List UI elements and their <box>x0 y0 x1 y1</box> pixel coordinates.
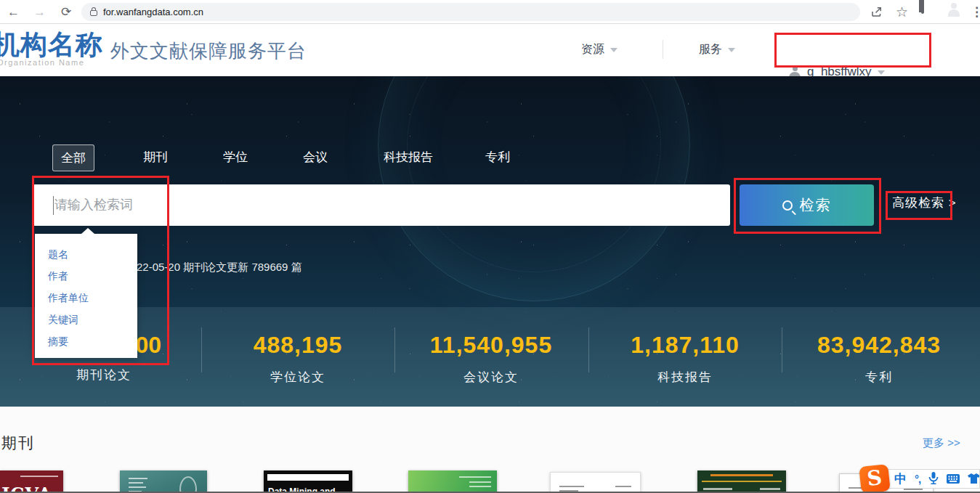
tab-all[interactable]: 全部 <box>52 144 94 171</box>
tab-patent[interactable]: 专利 <box>485 149 510 166</box>
org-logo-subtitle: Organization Name <box>0 58 84 67</box>
browser-menu-icon[interactable]: ⋮ <box>971 0 980 24</box>
microphone-icon[interactable] <box>928 472 939 487</box>
url-bar[interactable]: for.wanfangdata.com.cn <box>81 3 860 21</box>
dropdown-option-author[interactable]: 作者 <box>35 265 137 287</box>
stat-degree: 488,195 学位论文 <box>200 332 396 386</box>
skin-icon[interactable] <box>968 473 980 486</box>
chevron-down-icon <box>610 48 617 52</box>
tab-journal[interactable]: 期刊 <box>143 149 168 166</box>
dropdown-option-keyword[interactable]: 关键词 <box>35 309 137 330</box>
stat-patent: 83,942,843 专利 <box>781 332 977 386</box>
stat-label-conference: 会议论文 <box>393 369 589 386</box>
site-header: 机构名称 Organization Name 外文文献保障服务平台 资源 服务 … <box>0 24 980 76</box>
stat-conference: 11,540,955 会议论文 <box>393 332 589 386</box>
stat-label-patent: 专利 <box>781 369 977 386</box>
forward-icon[interactable]: → <box>33 0 46 24</box>
stat-label-degree: 学位论文 <box>200 369 396 386</box>
punctuation-icon[interactable]: °, <box>915 473 920 485</box>
stat-label-journal: 期刊论文 <box>6 367 202 383</box>
bookmark-star-icon[interactable]: ☆ <box>896 0 908 24</box>
search-field-dropdown: 题名 作者 作者单位 关键词 摘要 <box>35 234 137 358</box>
url-text[interactable]: for.wanfangdata.com.cn <box>103 7 203 17</box>
share-icon[interactable] <box>870 5 883 21</box>
dropdown-option-title[interactable]: 题名 <box>35 243 137 265</box>
stat-value-tech-report: 1,187,110 <box>587 332 783 359</box>
more-link[interactable]: 更多 >> <box>923 436 960 450</box>
journal-cover[interactable] <box>120 470 207 493</box>
page-root: ← → ⟳ for.wanfangdata.com.cn ☆ ⋮ 机构名称 Or… <box>0 0 980 493</box>
update-notice: 22-05-20 期刊论文更新 789669 篇 <box>137 261 302 274</box>
stat-value-degree: 488,195 <box>200 332 396 359</box>
cover-graphic <box>179 476 197 493</box>
dropdown-option-affiliation[interactable]: 作者单位 <box>35 287 137 309</box>
nav-resources-label: 资源 <box>581 43 604 55</box>
journal-cover[interactable] <box>697 470 786 493</box>
browser-chrome: ← → ⟳ for.wanfangdata.com.cn ☆ ⋮ <box>0 0 980 24</box>
dropdown-option-abstract[interactable]: 摘要 <box>35 330 137 352</box>
chinese-mode-icon[interactable]: 中 <box>894 470 907 487</box>
journals-section: 期刊 更多 >> JCVA Data Mining and <box>0 407 980 493</box>
ime-toolbar-pill: 中 °, <box>883 469 980 489</box>
stat-value-patent: 83,942,843 <box>781 332 977 359</box>
nav-divider <box>663 40 663 59</box>
stat-value-conference: 11,540,955 <box>393 332 589 359</box>
hero-section: 全部 期刊 学位 会议 科技报告 专利 检索 高级检索 > 22-05-20 期… <box>0 76 980 407</box>
nav-resources[interactable]: 资源 <box>581 42 617 57</box>
nav-divider <box>774 40 775 59</box>
search-input[interactable] <box>33 184 730 226</box>
lock-icon <box>90 10 97 16</box>
back-icon[interactable]: ← <box>7 0 20 24</box>
journal-cover[interactable]: JCVA <box>0 470 63 493</box>
side-panel-icon[interactable] <box>921 0 924 14</box>
stat-label-tech-report: 科技报告 <box>587 369 783 386</box>
chevron-down-icon <box>728 48 735 52</box>
tab-conference[interactable]: 会议 <box>303 149 328 166</box>
search-button[interactable]: 检索 <box>740 184 874 226</box>
nav-services[interactable]: 服务 <box>699 42 735 57</box>
keyboard-icon[interactable] <box>947 473 960 486</box>
page-title: 外文文献保障服务平台 <box>110 38 307 64</box>
chevron-down-icon <box>878 70 885 75</box>
journals-title: 期刊 <box>1 433 35 453</box>
journal-cover[interactable]: Data Mining and <box>264 470 352 493</box>
advanced-search-link[interactable]: 高级检索 > <box>892 195 957 211</box>
reload-icon[interactable]: ⟳ <box>61 0 71 24</box>
stat-tech-report: 1,187,110 科技报告 <box>587 332 783 386</box>
nav-services-label: 服务 <box>699 43 722 55</box>
stats-band: 00 期刊论文 488,195 学位论文 11,540,955 会议论文 1,1… <box>0 307 980 407</box>
journal-cover[interactable] <box>550 472 641 493</box>
search-button-label: 检索 <box>800 195 832 215</box>
search-icon <box>782 200 793 211</box>
sogou-logo[interactable]: S <box>859 464 891 493</box>
tab-tech-report[interactable]: 科技报告 <box>384 149 433 166</box>
tab-degree[interactable]: 学位 <box>223 149 248 166</box>
journal-cover[interactable] <box>408 470 497 493</box>
text-caret <box>53 196 54 215</box>
